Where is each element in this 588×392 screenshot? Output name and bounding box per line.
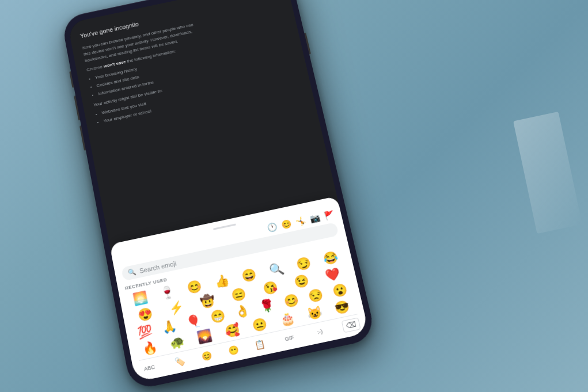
emoji-100[interactable]: 💯 bbox=[132, 322, 158, 341]
sticker-button[interactable]: 🏷️ bbox=[174, 356, 186, 367]
emoji-magnify[interactable]: 🔍 bbox=[262, 260, 291, 279]
emoji-surprised[interactable]: 😮 bbox=[327, 281, 353, 300]
emoji-relieved[interactable]: 😊 bbox=[278, 291, 304, 310]
search-placeholder: Search emoji bbox=[139, 260, 177, 275]
clipboard-button[interactable]: 📋 bbox=[254, 338, 266, 350]
emoji-bigsmile[interactable]: 😁 bbox=[206, 307, 231, 326]
emoji-sunrise[interactable]: 🌅 bbox=[126, 288, 154, 308]
emoji-balloon[interactable]: 🎈 bbox=[181, 312, 206, 331]
delete-button[interactable]: ⌫ bbox=[342, 317, 361, 333]
emoji-starstruck[interactable]: 🥰 bbox=[218, 321, 246, 340]
emoji-ok[interactable]: 👌 bbox=[230, 302, 256, 321]
emoji-pray[interactable]: 🙏 bbox=[157, 317, 182, 336]
kaomoji-button[interactable]: 😶 bbox=[227, 344, 240, 356]
flag-tab-icon[interactable]: 🚩 bbox=[323, 210, 335, 220]
emoji-turtle[interactable]: 🐢 bbox=[163, 332, 192, 352]
emoji-laugh[interactable]: 😂 bbox=[316, 248, 345, 268]
emoji-sunrise2[interactable]: 🌄 bbox=[191, 326, 219, 346]
emoji-smirk[interactable]: 😏 bbox=[289, 254, 318, 273]
text-emoji-button[interactable]: :-) bbox=[313, 325, 327, 338]
emoji-cake[interactable]: 🎂 bbox=[273, 309, 302, 329]
smiley-tab-icon[interactable]: 😊 bbox=[280, 219, 292, 230]
activity-tab-icon[interactable]: 🤸 bbox=[295, 215, 306, 227]
object-tab-icon[interactable]: 📷 bbox=[309, 212, 321, 224]
emoji-thumbsup[interactable]: 👍 bbox=[208, 271, 236, 291]
emoji-unamused[interactable]: 😒 bbox=[303, 286, 329, 305]
gif-button[interactable]: GIF bbox=[280, 331, 298, 345]
emoji-expressionless[interactable]: 😐 bbox=[245, 315, 274, 334]
pull-handle bbox=[213, 223, 236, 230]
emoji-cat[interactable]: 😺 bbox=[300, 303, 329, 323]
emoji-button[interactable]: 😊 bbox=[201, 350, 213, 361]
emoji-fire[interactable]: 🔥 bbox=[135, 338, 164, 357]
emoji-sunglasses[interactable]: 😎 bbox=[328, 297, 356, 317]
emoji-rose[interactable]: 🌹 bbox=[254, 296, 280, 315]
emoji-wine[interactable]: 🍷 bbox=[153, 283, 181, 302]
recent-tab-icon[interactable]: 🕐 bbox=[266, 222, 278, 233]
emoji-smile[interactable]: 😊 bbox=[180, 277, 208, 296]
abc-button[interactable]: ABC bbox=[139, 361, 159, 375]
emoji-grin[interactable]: 😄 bbox=[235, 265, 264, 285]
search-icon: 🔍 bbox=[127, 268, 136, 277]
